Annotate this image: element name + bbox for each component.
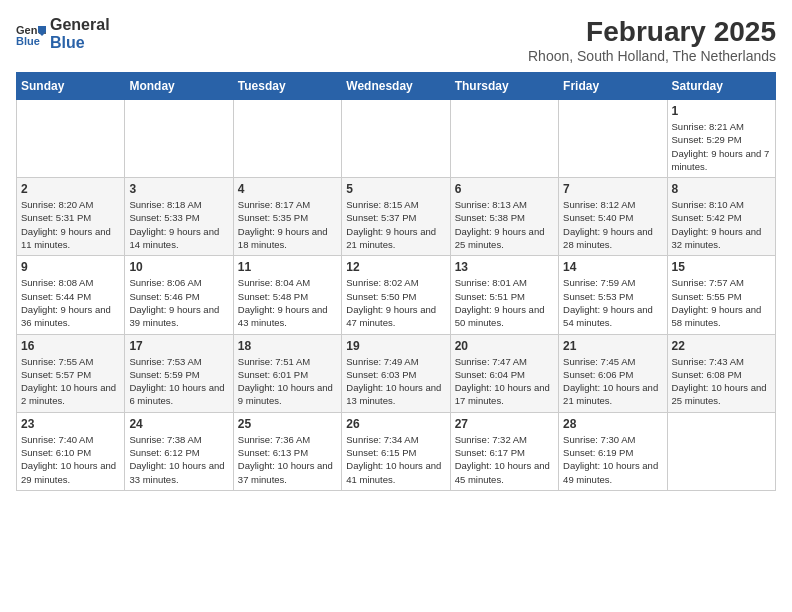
day-number: 14	[563, 260, 662, 274]
day-number: 27	[455, 417, 554, 431]
weekday-header-friday: Friday	[559, 73, 667, 100]
day-cell: 16Sunrise: 7:55 AM Sunset: 5:57 PM Dayli…	[17, 334, 125, 412]
day-info: Sunrise: 7:47 AM Sunset: 6:04 PM Dayligh…	[455, 355, 554, 408]
day-number: 20	[455, 339, 554, 353]
day-info: Sunrise: 8:18 AM Sunset: 5:33 PM Dayligh…	[129, 198, 228, 251]
day-cell: 17Sunrise: 7:53 AM Sunset: 5:59 PM Dayli…	[125, 334, 233, 412]
day-info: Sunrise: 7:51 AM Sunset: 6:01 PM Dayligh…	[238, 355, 337, 408]
day-cell: 7Sunrise: 8:12 AM Sunset: 5:40 PM Daylig…	[559, 178, 667, 256]
weekday-header-saturday: Saturday	[667, 73, 775, 100]
weekday-header-monday: Monday	[125, 73, 233, 100]
logo-blue: Blue	[50, 34, 110, 52]
weekday-header-tuesday: Tuesday	[233, 73, 341, 100]
main-title: February 2025	[528, 16, 776, 48]
day-info: Sunrise: 8:12 AM Sunset: 5:40 PM Dayligh…	[563, 198, 662, 251]
weekday-header-wednesday: Wednesday	[342, 73, 450, 100]
day-info: Sunrise: 7:55 AM Sunset: 5:57 PM Dayligh…	[21, 355, 120, 408]
day-cell: 13Sunrise: 8:01 AM Sunset: 5:51 PM Dayli…	[450, 256, 558, 334]
day-cell	[559, 100, 667, 178]
day-cell: 5Sunrise: 8:15 AM Sunset: 5:37 PM Daylig…	[342, 178, 450, 256]
day-number: 6	[455, 182, 554, 196]
day-info: Sunrise: 7:57 AM Sunset: 5:55 PM Dayligh…	[672, 276, 771, 329]
day-info: Sunrise: 8:15 AM Sunset: 5:37 PM Dayligh…	[346, 198, 445, 251]
day-info: Sunrise: 8:21 AM Sunset: 5:29 PM Dayligh…	[672, 120, 771, 173]
weekday-header-sunday: Sunday	[17, 73, 125, 100]
week-row-2: 9Sunrise: 8:08 AM Sunset: 5:44 PM Daylig…	[17, 256, 776, 334]
day-cell: 2Sunrise: 8:20 AM Sunset: 5:31 PM Daylig…	[17, 178, 125, 256]
day-info: Sunrise: 7:34 AM Sunset: 6:15 PM Dayligh…	[346, 433, 445, 486]
day-info: Sunrise: 7:43 AM Sunset: 6:08 PM Dayligh…	[672, 355, 771, 408]
day-cell: 3Sunrise: 8:18 AM Sunset: 5:33 PM Daylig…	[125, 178, 233, 256]
day-info: Sunrise: 7:49 AM Sunset: 6:03 PM Dayligh…	[346, 355, 445, 408]
day-number: 7	[563, 182, 662, 196]
day-number: 4	[238, 182, 337, 196]
day-cell: 25Sunrise: 7:36 AM Sunset: 6:13 PM Dayli…	[233, 412, 341, 490]
day-number: 23	[21, 417, 120, 431]
day-number: 8	[672, 182, 771, 196]
day-info: Sunrise: 8:20 AM Sunset: 5:31 PM Dayligh…	[21, 198, 120, 251]
day-number: 18	[238, 339, 337, 353]
day-number: 3	[129, 182, 228, 196]
day-info: Sunrise: 7:45 AM Sunset: 6:06 PM Dayligh…	[563, 355, 662, 408]
week-row-3: 16Sunrise: 7:55 AM Sunset: 5:57 PM Dayli…	[17, 334, 776, 412]
week-row-4: 23Sunrise: 7:40 AM Sunset: 6:10 PM Dayli…	[17, 412, 776, 490]
day-number: 1	[672, 104, 771, 118]
day-number: 9	[21, 260, 120, 274]
day-info: Sunrise: 8:08 AM Sunset: 5:44 PM Dayligh…	[21, 276, 120, 329]
day-number: 5	[346, 182, 445, 196]
day-cell: 10Sunrise: 8:06 AM Sunset: 5:46 PM Dayli…	[125, 256, 233, 334]
day-cell: 27Sunrise: 7:32 AM Sunset: 6:17 PM Dayli…	[450, 412, 558, 490]
day-info: Sunrise: 7:32 AM Sunset: 6:17 PM Dayligh…	[455, 433, 554, 486]
day-cell: 6Sunrise: 8:13 AM Sunset: 5:38 PM Daylig…	[450, 178, 558, 256]
day-number: 13	[455, 260, 554, 274]
day-number: 22	[672, 339, 771, 353]
week-row-0: 1Sunrise: 8:21 AM Sunset: 5:29 PM Daylig…	[17, 100, 776, 178]
day-cell	[450, 100, 558, 178]
week-row-1: 2Sunrise: 8:20 AM Sunset: 5:31 PM Daylig…	[17, 178, 776, 256]
day-cell: 11Sunrise: 8:04 AM Sunset: 5:48 PM Dayli…	[233, 256, 341, 334]
day-number: 25	[238, 417, 337, 431]
day-number: 15	[672, 260, 771, 274]
day-cell: 4Sunrise: 8:17 AM Sunset: 5:35 PM Daylig…	[233, 178, 341, 256]
day-cell: 19Sunrise: 7:49 AM Sunset: 6:03 PM Dayli…	[342, 334, 450, 412]
day-number: 17	[129, 339, 228, 353]
day-cell: 12Sunrise: 8:02 AM Sunset: 5:50 PM Dayli…	[342, 256, 450, 334]
logo: General Blue General Blue	[16, 16, 110, 51]
day-info: Sunrise: 7:59 AM Sunset: 5:53 PM Dayligh…	[563, 276, 662, 329]
day-cell: 23Sunrise: 7:40 AM Sunset: 6:10 PM Dayli…	[17, 412, 125, 490]
day-number: 28	[563, 417, 662, 431]
day-info: Sunrise: 7:36 AM Sunset: 6:13 PM Dayligh…	[238, 433, 337, 486]
day-info: Sunrise: 8:01 AM Sunset: 5:51 PM Dayligh…	[455, 276, 554, 329]
day-cell	[17, 100, 125, 178]
day-cell: 18Sunrise: 7:51 AM Sunset: 6:01 PM Dayli…	[233, 334, 341, 412]
calendar: SundayMondayTuesdayWednesdayThursdayFrid…	[16, 72, 776, 491]
header: General Blue General Blue February 2025 …	[16, 16, 776, 64]
day-cell: 20Sunrise: 7:47 AM Sunset: 6:04 PM Dayli…	[450, 334, 558, 412]
day-number: 26	[346, 417, 445, 431]
day-number: 12	[346, 260, 445, 274]
svg-text:Blue: Blue	[16, 35, 40, 46]
weekday-header-row: SundayMondayTuesdayWednesdayThursdayFrid…	[17, 73, 776, 100]
day-number: 2	[21, 182, 120, 196]
day-cell	[342, 100, 450, 178]
day-number: 24	[129, 417, 228, 431]
day-number: 21	[563, 339, 662, 353]
day-cell: 22Sunrise: 7:43 AM Sunset: 6:08 PM Dayli…	[667, 334, 775, 412]
day-info: Sunrise: 7:53 AM Sunset: 5:59 PM Dayligh…	[129, 355, 228, 408]
day-cell: 21Sunrise: 7:45 AM Sunset: 6:06 PM Dayli…	[559, 334, 667, 412]
day-cell: 24Sunrise: 7:38 AM Sunset: 6:12 PM Dayli…	[125, 412, 233, 490]
day-cell	[233, 100, 341, 178]
logo-icon: General Blue	[16, 22, 46, 46]
day-cell: 15Sunrise: 7:57 AM Sunset: 5:55 PM Dayli…	[667, 256, 775, 334]
day-cell: 1Sunrise: 8:21 AM Sunset: 5:29 PM Daylig…	[667, 100, 775, 178]
day-cell	[125, 100, 233, 178]
day-number: 11	[238, 260, 337, 274]
day-cell: 14Sunrise: 7:59 AM Sunset: 5:53 PM Dayli…	[559, 256, 667, 334]
day-number: 16	[21, 339, 120, 353]
weekday-header-thursday: Thursday	[450, 73, 558, 100]
logo-general: General	[50, 16, 110, 34]
day-cell: 26Sunrise: 7:34 AM Sunset: 6:15 PM Dayli…	[342, 412, 450, 490]
day-info: Sunrise: 7:40 AM Sunset: 6:10 PM Dayligh…	[21, 433, 120, 486]
day-cell: 9Sunrise: 8:08 AM Sunset: 5:44 PM Daylig…	[17, 256, 125, 334]
day-info: Sunrise: 8:13 AM Sunset: 5:38 PM Dayligh…	[455, 198, 554, 251]
